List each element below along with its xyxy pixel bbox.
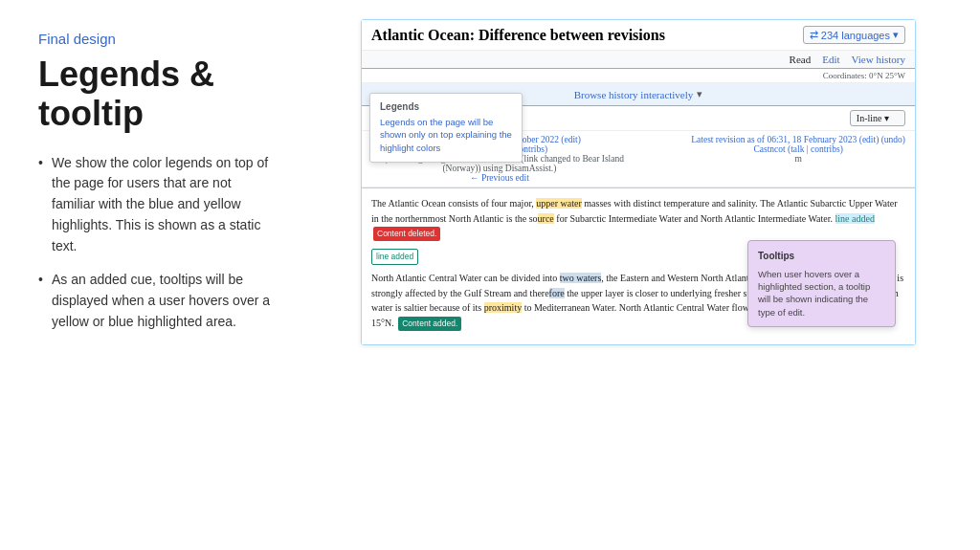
- wiki-top-bar: Atlantic Ocean: Difference between revis…: [362, 20, 915, 51]
- tooltip-popup: Tooltips When user hovers over a highlig…: [747, 240, 896, 327]
- bullet-list: We show the color legends on top of the …: [38, 153, 276, 333]
- revision-right: Latest revision as of 06:31, 18 February…: [691, 135, 905, 183]
- legends-popup: Legends Legends on the page will be show…: [369, 93, 523, 163]
- wiki-tabs: Read Edit View history: [362, 51, 915, 69]
- list-item: As an added cue, tooltips will be displa…: [38, 270, 276, 332]
- tab-view-history[interactable]: View history: [852, 54, 905, 65]
- added-line-text: line added: [835, 213, 875, 224]
- tooltip-popup-title: Tooltips: [758, 249, 885, 264]
- tab-read[interactable]: Read: [790, 54, 812, 65]
- wiki-coords: Coordinates: 0°N 25°W: [362, 69, 915, 83]
- content-deleted-badge: Content deleted.: [373, 227, 440, 241]
- inline-select[interactable]: In-line ▾: [850, 110, 905, 126]
- section-label: Final design: [38, 31, 276, 47]
- content-added-badge: Content added.: [398, 317, 461, 331]
- chevron-down-icon: ▾: [893, 29, 899, 41]
- section-title: Legends & tooltip: [38, 55, 276, 134]
- paragraph-1: The Atlantic Ocean consists of four majo…: [371, 196, 905, 241]
- highlight-upper-water: upper water: [536, 198, 581, 209]
- highlight-two-waters: two waters: [560, 273, 602, 283]
- lang-count: 234 languages: [821, 30, 890, 41]
- rev-right-detail: m: [691, 154, 905, 164]
- wiki-container: Legends Legends on the page will be show…: [361, 19, 916, 345]
- left-panel: Final design Legends & tooltip We show t…: [0, 0, 306, 550]
- wiki-content: The Atlantic Ocean consists of four majo…: [362, 188, 915, 344]
- legends-popup-title: Legends: [380, 101, 512, 112]
- coords-label: Coordinates:: [823, 71, 867, 80]
- browse-bar-label: Browse history interactively: [574, 89, 694, 100]
- rev-right-date[interactable]: Latest revision as of 06:31, 18 February…: [691, 135, 905, 144]
- wiki-page-title: Atlantic Ocean: Difference between revis…: [371, 27, 665, 44]
- tab-edit[interactable]: Edit: [822, 54, 839, 65]
- right-panel: Legends Legends on the page will be show…: [306, 0, 980, 550]
- highlight-proximity: proximity: [484, 302, 522, 313]
- list-item: We show the color legends on top of the …: [38, 153, 276, 256]
- chevron-down-icon: ▾: [884, 113, 889, 123]
- tooltip-popup-text: When user hovers over a highlighted sect…: [758, 268, 885, 319]
- translate-icon: ⇄: [810, 29, 818, 41]
- line-added-tag: line added: [371, 249, 418, 265]
- rev-left-prev[interactable]: ← Previous edit: [470, 173, 529, 183]
- highlight-fore: fore: [549, 288, 565, 298]
- language-button[interactable]: ⇄ 234 languages ▾: [803, 26, 905, 44]
- rev-right-user[interactable]: Castncot (talk | contribs): [753, 144, 842, 154]
- coords-value: 0°N 25°W: [869, 71, 905, 80]
- inline-label: In-line: [857, 113, 882, 123]
- legends-popup-text: Legends on the page will be shown only o…: [380, 116, 512, 154]
- chevron-down-icon: ▾: [697, 88, 702, 100]
- highlight-source: urce: [538, 213, 554, 224]
